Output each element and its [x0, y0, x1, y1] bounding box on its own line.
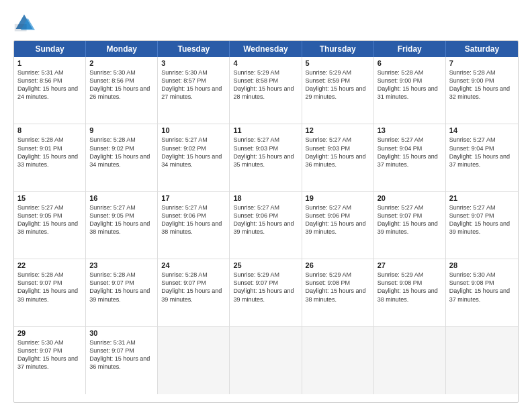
day-number: 16: [89, 194, 154, 202]
day-number: 4: [233, 59, 298, 67]
calendar-cell: [374, 327, 446, 394]
calendar-body: 1Sunrise: 5:31 AMSunset: 8:56 PMDaylight…: [14, 57, 518, 394]
cell-details: Sunrise: 5:27 AMSunset: 9:07 PMDaylight:…: [378, 203, 442, 236]
header: [13, 12, 519, 34]
day-number: 20: [378, 194, 442, 202]
day-number: 18: [233, 194, 298, 202]
cell-details: Sunrise: 5:28 AMSunset: 9:00 PMDaylight:…: [449, 68, 515, 101]
calendar-row-2: 8Sunrise: 5:28 AMSunset: 9:01 PMDaylight…: [14, 124, 518, 191]
day-number: 8: [17, 126, 82, 134]
calendar-cell: 28Sunrise: 5:30 AMSunset: 9:08 PMDayligh…: [446, 259, 518, 326]
calendar-cell: 8Sunrise: 5:28 AMSunset: 9:01 PMDaylight…: [14, 124, 86, 191]
cell-details: Sunrise: 5:29 AMSunset: 8:58 PMDaylight:…: [233, 68, 298, 101]
day-number: 28: [449, 261, 515, 269]
calendar-cell: 10Sunrise: 5:27 AMSunset: 9:02 PMDayligh…: [158, 124, 230, 191]
calendar-cell: 19Sunrise: 5:27 AMSunset: 9:06 PMDayligh…: [302, 192, 374, 259]
calendar: SundayMondayTuesdayWednesdayThursdayFrid…: [13, 40, 519, 403]
calendar-row-5: 29Sunrise: 5:30 AMSunset: 9:07 PMDayligh…: [14, 327, 518, 394]
cell-details: Sunrise: 5:28 AMSunset: 9:07 PMDaylight:…: [89, 271, 154, 304]
logo: [13, 12, 39, 34]
cell-details: Sunrise: 5:28 AMSunset: 9:07 PMDaylight:…: [17, 271, 82, 304]
calendar-cell: 4Sunrise: 5:29 AMSunset: 8:58 PMDaylight…: [230, 57, 302, 124]
day-number: 26: [306, 261, 370, 269]
cell-details: Sunrise: 5:29 AMSunset: 9:08 PMDaylight:…: [378, 271, 442, 304]
calendar-cell: 17Sunrise: 5:27 AMSunset: 9:06 PMDayligh…: [158, 192, 230, 259]
cell-details: Sunrise: 5:27 AMSunset: 9:05 PMDaylight:…: [17, 203, 82, 236]
header-day-tuesday: Tuesday: [158, 41, 230, 57]
calendar-cell: 13Sunrise: 5:27 AMSunset: 9:04 PMDayligh…: [374, 124, 446, 191]
cell-details: Sunrise: 5:27 AMSunset: 9:05 PMDaylight:…: [89, 203, 154, 236]
calendar-cell: 11Sunrise: 5:27 AMSunset: 9:03 PMDayligh…: [230, 124, 302, 191]
logo-icon: [13, 12, 35, 34]
calendar-cell: 21Sunrise: 5:27 AMSunset: 9:07 PMDayligh…: [446, 192, 518, 259]
cell-details: Sunrise: 5:30 AMSunset: 9:07 PMDaylight:…: [17, 338, 82, 371]
header-day-friday: Friday: [374, 41, 446, 57]
day-number: 3: [161, 59, 226, 67]
calendar-cell: 27Sunrise: 5:29 AMSunset: 9:08 PMDayligh…: [374, 259, 446, 326]
cell-details: Sunrise: 5:27 AMSunset: 9:03 PMDaylight:…: [306, 136, 370, 169]
calendar-cell: 22Sunrise: 5:28 AMSunset: 9:07 PMDayligh…: [14, 259, 86, 326]
day-number: 30: [89, 329, 154, 337]
calendar-cell: [302, 327, 374, 394]
day-number: 10: [161, 126, 226, 134]
calendar-header: SundayMondayTuesdayWednesdayThursdayFrid…: [14, 41, 518, 57]
day-number: 19: [306, 194, 370, 202]
day-number: 23: [89, 261, 154, 269]
cell-details: Sunrise: 5:29 AMSunset: 9:08 PMDaylight:…: [306, 271, 370, 304]
header-day-thursday: Thursday: [302, 41, 374, 57]
day-number: 9: [89, 126, 154, 134]
cell-details: Sunrise: 5:30 AMSunset: 8:56 PMDaylight:…: [89, 68, 154, 101]
calendar-cell: 2Sunrise: 5:30 AMSunset: 8:56 PMDaylight…: [86, 57, 158, 124]
calendar-row-3: 15Sunrise: 5:27 AMSunset: 9:05 PMDayligh…: [14, 192, 518, 259]
header-day-saturday: Saturday: [446, 41, 518, 57]
cell-details: Sunrise: 5:31 AMSunset: 9:07 PMDaylight:…: [89, 338, 154, 371]
cell-details: Sunrise: 5:27 AMSunset: 9:06 PMDaylight:…: [233, 203, 298, 236]
calendar-cell: 12Sunrise: 5:27 AMSunset: 9:03 PMDayligh…: [302, 124, 374, 191]
cell-details: Sunrise: 5:27 AMSunset: 9:04 PMDaylight:…: [449, 136, 515, 169]
cell-details: Sunrise: 5:28 AMSunset: 9:02 PMDaylight:…: [89, 136, 154, 169]
calendar-cell: 16Sunrise: 5:27 AMSunset: 9:05 PMDayligh…: [86, 192, 158, 259]
calendar-cell: [230, 327, 302, 394]
cell-details: Sunrise: 5:27 AMSunset: 9:07 PMDaylight:…: [449, 203, 515, 236]
header-day-monday: Monday: [86, 41, 158, 57]
day-number: 21: [449, 194, 515, 202]
calendar-cell: 1Sunrise: 5:31 AMSunset: 8:56 PMDaylight…: [14, 57, 86, 124]
day-number: 13: [378, 126, 442, 134]
calendar-cell: 20Sunrise: 5:27 AMSunset: 9:07 PMDayligh…: [374, 192, 446, 259]
calendar-cell: 18Sunrise: 5:27 AMSunset: 9:06 PMDayligh…: [230, 192, 302, 259]
day-number: 11: [233, 126, 298, 134]
calendar-row-1: 1Sunrise: 5:31 AMSunset: 8:56 PMDaylight…: [14, 57, 518, 124]
day-number: 5: [306, 59, 370, 67]
cell-details: Sunrise: 5:27 AMSunset: 9:06 PMDaylight:…: [161, 203, 226, 236]
cell-details: Sunrise: 5:29 AMSunset: 8:59 PMDaylight:…: [306, 68, 370, 101]
calendar-row-4: 22Sunrise: 5:28 AMSunset: 9:07 PMDayligh…: [14, 259, 518, 326]
calendar-cell: 24Sunrise: 5:28 AMSunset: 9:07 PMDayligh…: [158, 259, 230, 326]
calendar-cell: [158, 327, 230, 394]
calendar-cell: 7Sunrise: 5:28 AMSunset: 9:00 PMDaylight…: [446, 57, 518, 124]
cell-details: Sunrise: 5:28 AMSunset: 9:07 PMDaylight:…: [161, 271, 226, 304]
calendar-cell: 25Sunrise: 5:29 AMSunset: 9:07 PMDayligh…: [230, 259, 302, 326]
calendar-cell: 29Sunrise: 5:30 AMSunset: 9:07 PMDayligh…: [14, 327, 86, 394]
cell-details: Sunrise: 5:28 AMSunset: 9:00 PMDaylight:…: [378, 68, 442, 101]
calendar-cell: 14Sunrise: 5:27 AMSunset: 9:04 PMDayligh…: [446, 124, 518, 191]
cell-details: Sunrise: 5:30 AMSunset: 9:08 PMDaylight:…: [449, 271, 515, 304]
calendar-cell: 30Sunrise: 5:31 AMSunset: 9:07 PMDayligh…: [86, 327, 158, 394]
calendar-cell: 23Sunrise: 5:28 AMSunset: 9:07 PMDayligh…: [86, 259, 158, 326]
calendar-cell: [446, 327, 518, 394]
day-number: 12: [306, 126, 370, 134]
day-number: 29: [17, 329, 82, 337]
day-number: 17: [161, 194, 226, 202]
day-number: 7: [449, 59, 515, 67]
day-number: 1: [17, 59, 82, 67]
page: SundayMondayTuesdayWednesdayThursdayFrid…: [0, 0, 532, 411]
day-number: 25: [233, 261, 298, 269]
calendar-cell: 5Sunrise: 5:29 AMSunset: 8:59 PMDaylight…: [302, 57, 374, 124]
cell-details: Sunrise: 5:27 AMSunset: 9:02 PMDaylight:…: [161, 136, 226, 169]
day-number: 27: [378, 261, 442, 269]
day-number: 2: [89, 59, 154, 67]
cell-details: Sunrise: 5:28 AMSunset: 9:01 PMDaylight:…: [17, 136, 82, 169]
day-number: 6: [378, 59, 442, 67]
calendar-cell: 26Sunrise: 5:29 AMSunset: 9:08 PMDayligh…: [302, 259, 374, 326]
calendar-cell: 15Sunrise: 5:27 AMSunset: 9:05 PMDayligh…: [14, 192, 86, 259]
calendar-cell: 6Sunrise: 5:28 AMSunset: 9:00 PMDaylight…: [374, 57, 446, 124]
